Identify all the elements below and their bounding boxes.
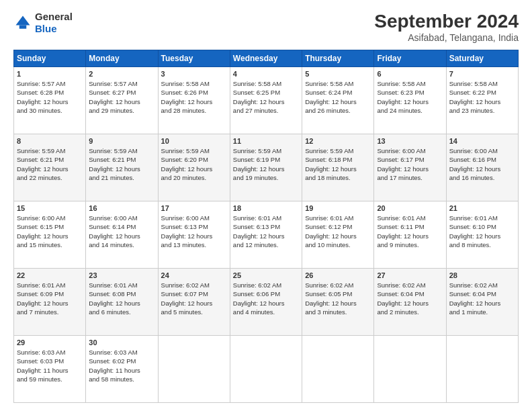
- day-info: Sunset: 6:23 PM: [377, 88, 443, 97]
- calendar-cell: 25Sunrise: 6:02 AMSunset: 6:06 PMDayligh…: [230, 269, 302, 336]
- day-info: Daylight: 12 hours: [233, 232, 299, 240]
- day-info: Sunrise: 5:58 AM: [305, 79, 371, 88]
- day-info: Sunset: 6:09 PM: [17, 289, 83, 298]
- day-info: Daylight: 12 hours: [305, 97, 371, 106]
- logo-general: General: [35, 11, 73, 22]
- day-number: 11: [233, 137, 299, 145]
- day-number: 14: [449, 137, 515, 145]
- calendar-cell: [158, 336, 230, 403]
- calendar-cell: 19Sunrise: 6:01 AMSunset: 6:12 PMDayligh…: [302, 201, 374, 269]
- day-info: Daylight: 12 hours: [233, 299, 299, 308]
- day-info: Sunrise: 6:02 AM: [233, 281, 299, 289]
- day-info: Sunrise: 5:59 AM: [305, 146, 371, 155]
- day-info: Daylight: 12 hours: [161, 97, 227, 106]
- col-header-monday: Monday: [86, 50, 158, 67]
- calendar-cell: 6Sunrise: 5:58 AMSunset: 6:23 PMDaylight…: [374, 67, 446, 134]
- day-number: 30: [89, 338, 154, 347]
- header: General Blue September 2024 Asifabad, Te…: [13, 11, 519, 43]
- day-info: and 19 minutes.: [233, 173, 299, 182]
- day-info: Daylight: 12 hours: [377, 299, 443, 308]
- day-info: Daylight: 12 hours: [449, 232, 515, 240]
- day-info: Sunset: 6:26 PM: [161, 88, 227, 97]
- day-info: Sunrise: 6:02 AM: [377, 281, 443, 289]
- calendar-cell: 7Sunrise: 5:58 AMSunset: 6:22 PMDaylight…: [446, 67, 518, 134]
- calendar-cell: 10Sunrise: 5:59 AMSunset: 6:20 PMDayligh…: [158, 134, 230, 201]
- day-info: and 24 minutes.: [377, 106, 443, 115]
- day-number: 4: [233, 70, 299, 78]
- day-info: and 16 minutes.: [449, 173, 515, 182]
- day-info: Sunset: 6:27 PM: [89, 88, 154, 97]
- day-info: Daylight: 12 hours: [449, 299, 515, 308]
- day-info: Sunrise: 6:03 AM: [89, 348, 154, 357]
- logo-text: General Blue: [35, 11, 73, 35]
- calendar-cell: 26Sunrise: 6:02 AMSunset: 6:05 PMDayligh…: [302, 269, 374, 336]
- calendar-cell: 20Sunrise: 6:01 AMSunset: 6:11 PMDayligh…: [374, 201, 446, 269]
- calendar-cell: 27Sunrise: 6:02 AMSunset: 6:04 PMDayligh…: [374, 269, 446, 336]
- day-number: 27: [377, 271, 443, 279]
- day-info: Sunset: 6:04 PM: [449, 289, 515, 298]
- day-number: 25: [233, 271, 299, 279]
- calendar-week-4: 22Sunrise: 6:01 AMSunset: 6:09 PMDayligh…: [14, 269, 519, 336]
- day-number: 26: [305, 271, 371, 279]
- day-info: and 3 minutes.: [305, 308, 371, 316]
- calendar-table: SundayMondayTuesdayWednesdayThursdayFrid…: [13, 50, 519, 403]
- col-header-tuesday: Tuesday: [158, 50, 230, 67]
- day-info: Sunrise: 5:58 AM: [161, 79, 227, 88]
- logo-icon: [13, 13, 32, 32]
- day-info: Sunset: 6:03 PM: [17, 357, 83, 365]
- day-info: Sunset: 6:10 PM: [449, 222, 515, 231]
- day-info: Sunrise: 6:01 AM: [377, 214, 443, 222]
- day-info: Sunrise: 6:00 AM: [17, 214, 83, 222]
- day-info: Sunrise: 5:57 AM: [89, 79, 154, 88]
- calendar-cell: 1Sunrise: 5:57 AMSunset: 6:28 PMDaylight…: [14, 67, 86, 134]
- day-info: Sunrise: 5:59 AM: [161, 146, 227, 155]
- day-info: Sunset: 6:24 PM: [305, 88, 371, 97]
- day-info: and 30 minutes.: [17, 106, 83, 115]
- day-info: Sunset: 6:21 PM: [17, 155, 83, 164]
- calendar-cell: 9Sunrise: 5:59 AMSunset: 6:21 PMDaylight…: [86, 134, 158, 201]
- calendar-cell: 21Sunrise: 6:01 AMSunset: 6:10 PMDayligh…: [446, 201, 518, 269]
- day-info: Sunrise: 6:00 AM: [449, 146, 515, 155]
- day-number: 7: [449, 70, 515, 78]
- day-info: and 28 minutes.: [161, 106, 227, 115]
- day-info: Sunrise: 6:01 AM: [449, 214, 515, 222]
- day-info: Sunset: 6:25 PM: [233, 88, 299, 97]
- day-info: Daylight: 12 hours: [161, 232, 227, 240]
- day-info: Daylight: 12 hours: [377, 165, 443, 173]
- day-number: 24: [161, 271, 227, 279]
- day-number: 9: [89, 137, 154, 145]
- day-info: Daylight: 11 hours: [17, 366, 83, 375]
- day-info: Daylight: 11 hours: [89, 366, 154, 375]
- calendar-cell: 11Sunrise: 5:59 AMSunset: 6:19 PMDayligh…: [230, 134, 302, 201]
- day-info: Sunset: 6:14 PM: [89, 222, 154, 231]
- day-info: Daylight: 12 hours: [17, 299, 83, 308]
- day-number: 17: [161, 204, 227, 212]
- day-info: and 20 minutes.: [161, 173, 227, 182]
- day-info: Daylight: 12 hours: [377, 97, 443, 106]
- calendar-cell: 29Sunrise: 6:03 AMSunset: 6:03 PMDayligh…: [14, 336, 86, 403]
- day-info: Sunrise: 6:00 AM: [89, 214, 154, 222]
- day-info: Sunrise: 6:01 AM: [305, 214, 371, 222]
- day-info: and 59 minutes.: [17, 375, 83, 383]
- svg-marker-0: [16, 16, 30, 26]
- calendar-cell: 30Sunrise: 6:03 AMSunset: 6:02 PMDayligh…: [86, 336, 158, 403]
- day-info: Sunrise: 5:58 AM: [377, 79, 443, 88]
- calendar-cell: 3Sunrise: 5:58 AMSunset: 6:26 PMDaylight…: [158, 67, 230, 134]
- calendar-cell: 14Sunrise: 6:00 AMSunset: 6:16 PMDayligh…: [446, 134, 518, 201]
- col-header-thursday: Thursday: [302, 50, 374, 67]
- day-info: and 15 minutes.: [17, 240, 83, 249]
- day-info: Daylight: 12 hours: [89, 97, 154, 106]
- col-header-sunday: Sunday: [14, 50, 86, 67]
- day-number: 20: [377, 204, 443, 212]
- day-info: Sunrise: 6:01 AM: [233, 214, 299, 222]
- calendar-cell: 17Sunrise: 6:00 AMSunset: 6:13 PMDayligh…: [158, 201, 230, 269]
- calendar-cell: 2Sunrise: 5:57 AMSunset: 6:27 PMDaylight…: [86, 67, 158, 134]
- day-info: Sunset: 6:16 PM: [449, 155, 515, 164]
- calendar-cell: 24Sunrise: 6:02 AMSunset: 6:07 PMDayligh…: [158, 269, 230, 336]
- day-info: and 6 minutes.: [89, 308, 154, 316]
- day-info: Sunrise: 6:00 AM: [161, 214, 227, 222]
- day-info: Daylight: 12 hours: [233, 165, 299, 173]
- day-number: 5: [305, 70, 371, 78]
- day-info: and 7 minutes.: [17, 308, 83, 316]
- day-info: Sunset: 6:28 PM: [17, 88, 83, 97]
